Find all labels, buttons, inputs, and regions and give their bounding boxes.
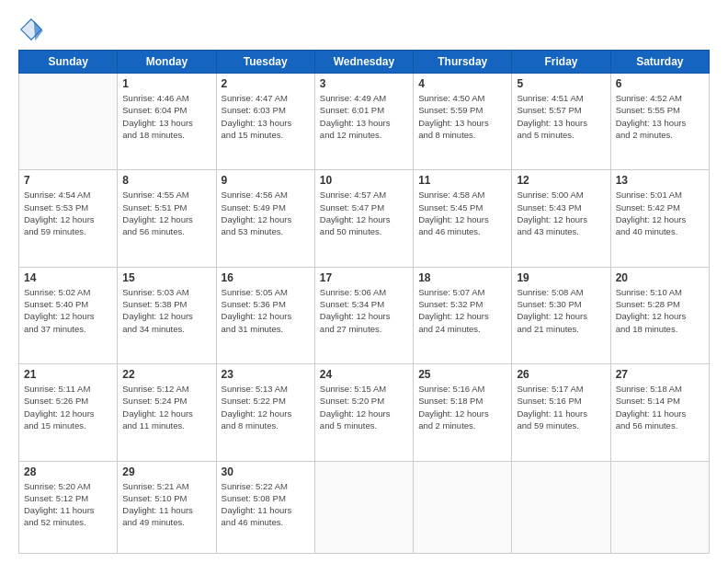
calendar-day: 17Sunrise: 5:06 AM Sunset: 5:34 PM Dayli… — [314, 267, 413, 363]
calendar-day: 24Sunrise: 5:15 AM Sunset: 5:20 PM Dayli… — [314, 364, 413, 461]
day-number: 8 — [122, 174, 210, 187]
day-info: Sunrise: 4:55 AM Sunset: 5:51 PM Dayligh… — [122, 189, 210, 237]
calendar-week-2: 7Sunrise: 4:54 AM Sunset: 5:53 PM Daylig… — [19, 170, 710, 267]
weekday-header-thursday: Thursday — [414, 51, 512, 74]
day-number: 7 — [24, 174, 112, 187]
calendar-day — [414, 461, 512, 554]
day-info: Sunrise: 5:10 AM Sunset: 5:28 PM Dayligh… — [616, 286, 704, 335]
day-number: 17 — [320, 271, 408, 284]
day-info: Sunrise: 5:00 AM Sunset: 5:43 PM Dayligh… — [517, 189, 605, 237]
day-number: 30 — [222, 465, 310, 478]
day-info: Sunrise: 5:18 AM Sunset: 5:14 PM Dayligh… — [616, 383, 704, 431]
calendar-day: 6Sunrise: 4:52 AM Sunset: 5:55 PM Daylig… — [610, 74, 709, 170]
day-number: 22 — [122, 368, 210, 381]
calendar-day: 27Sunrise: 5:18 AM Sunset: 5:14 PM Dayli… — [610, 364, 709, 461]
day-number: 24 — [320, 368, 408, 381]
calendar-day: 23Sunrise: 5:13 AM Sunset: 5:22 PM Dayli… — [216, 364, 314, 461]
calendar-day: 4Sunrise: 4:50 AM Sunset: 5:59 PM Daylig… — [414, 74, 512, 170]
weekday-header-friday: Friday — [512, 51, 610, 74]
day-number: 14 — [24, 271, 112, 284]
day-number: 12 — [517, 174, 605, 187]
day-info: Sunrise: 5:15 AM Sunset: 5:20 PM Dayligh… — [320, 383, 408, 431]
weekday-header-tuesday: Tuesday — [216, 51, 314, 74]
day-info: Sunrise: 4:47 AM Sunset: 6:03 PM Dayligh… — [222, 92, 310, 141]
weekday-header-monday: Monday — [118, 51, 216, 74]
calendar-day: 1Sunrise: 4:46 AM Sunset: 6:04 PM Daylig… — [118, 74, 216, 170]
day-number: 9 — [222, 174, 310, 187]
day-info: Sunrise: 4:56 AM Sunset: 5:49 PM Dayligh… — [222, 189, 310, 237]
calendar-day — [610, 461, 709, 554]
day-info: Sunrise: 4:49 AM Sunset: 6:01 PM Dayligh… — [320, 92, 408, 141]
calendar-week-5: 28Sunrise: 5:20 AM Sunset: 5:12 PM Dayli… — [19, 461, 710, 554]
calendar-week-4: 21Sunrise: 5:11 AM Sunset: 5:26 PM Dayli… — [19, 364, 710, 461]
day-number: 6 — [616, 77, 704, 90]
calendar-day: 11Sunrise: 4:58 AM Sunset: 5:45 PM Dayli… — [414, 170, 512, 267]
calendar-day: 2Sunrise: 4:47 AM Sunset: 6:03 PM Daylig… — [216, 74, 314, 170]
calendar-day: 20Sunrise: 5:10 AM Sunset: 5:28 PM Dayli… — [610, 267, 709, 363]
weekday-header-sunday: Sunday — [19, 51, 118, 74]
calendar-day: 21Sunrise: 5:11 AM Sunset: 5:26 PM Dayli… — [19, 364, 118, 461]
day-number: 11 — [418, 174, 506, 187]
calendar-day: 10Sunrise: 4:57 AM Sunset: 5:47 PM Dayli… — [314, 170, 413, 267]
calendar-day: 26Sunrise: 5:17 AM Sunset: 5:16 PM Dayli… — [512, 364, 610, 461]
day-info: Sunrise: 5:05 AM Sunset: 5:36 PM Dayligh… — [222, 286, 310, 335]
calendar-week-3: 14Sunrise: 5:02 AM Sunset: 5:40 PM Dayli… — [19, 267, 710, 363]
day-info: Sunrise: 5:12 AM Sunset: 5:24 PM Dayligh… — [122, 383, 210, 431]
day-info: Sunrise: 5:22 AM Sunset: 5:08 PM Dayligh… — [222, 480, 310, 529]
day-info: Sunrise: 4:51 AM Sunset: 5:57 PM Dayligh… — [517, 92, 605, 141]
calendar-day: 22Sunrise: 5:12 AM Sunset: 5:24 PM Dayli… — [118, 364, 216, 461]
calendar-day — [314, 461, 413, 554]
calendar-day: 30Sunrise: 5:22 AM Sunset: 5:08 PM Dayli… — [216, 461, 314, 554]
day-number: 29 — [122, 465, 210, 478]
day-number: 16 — [222, 271, 310, 284]
logo-icon — [18, 17, 44, 42]
day-info: Sunrise: 5:07 AM Sunset: 5:32 PM Dayligh… — [418, 286, 506, 335]
calendar-day: 7Sunrise: 4:54 AM Sunset: 5:53 PM Daylig… — [19, 170, 118, 267]
day-info: Sunrise: 5:17 AM Sunset: 5:16 PM Dayligh… — [517, 383, 605, 431]
day-info: Sunrise: 4:54 AM Sunset: 5:53 PM Dayligh… — [24, 189, 112, 237]
calendar-day: 8Sunrise: 4:55 AM Sunset: 5:51 PM Daylig… — [118, 170, 216, 267]
day-number: 13 — [616, 174, 704, 187]
day-number: 2 — [222, 77, 310, 90]
day-info: Sunrise: 5:16 AM Sunset: 5:18 PM Dayligh… — [418, 383, 506, 431]
page-header — [18, 17, 710, 42]
day-info: Sunrise: 5:20 AM Sunset: 5:12 PM Dayligh… — [24, 480, 112, 529]
calendar-table: SundayMondayTuesdayWednesdayThursdayFrid… — [18, 50, 710, 554]
calendar-day: 29Sunrise: 5:21 AM Sunset: 5:10 PM Dayli… — [118, 461, 216, 554]
calendar-day: 14Sunrise: 5:02 AM Sunset: 5:40 PM Dayli… — [19, 267, 118, 363]
day-info: Sunrise: 5:13 AM Sunset: 5:22 PM Dayligh… — [222, 383, 310, 431]
day-number: 25 — [418, 368, 506, 381]
calendar-day: 18Sunrise: 5:07 AM Sunset: 5:32 PM Dayli… — [414, 267, 512, 363]
weekday-header-row: SundayMondayTuesdayWednesdayThursdayFrid… — [19, 51, 710, 74]
day-info: Sunrise: 5:08 AM Sunset: 5:30 PM Dayligh… — [517, 286, 605, 335]
calendar-day: 15Sunrise: 5:03 AM Sunset: 5:38 PM Dayli… — [118, 267, 216, 363]
day-number: 15 — [122, 271, 210, 284]
day-info: Sunrise: 4:58 AM Sunset: 5:45 PM Dayligh… — [418, 189, 506, 237]
day-number: 27 — [616, 368, 704, 381]
day-number: 1 — [122, 77, 210, 90]
day-info: Sunrise: 5:11 AM Sunset: 5:26 PM Dayligh… — [24, 383, 112, 431]
calendar-day: 9Sunrise: 4:56 AM Sunset: 5:49 PM Daylig… — [216, 170, 314, 267]
day-info: Sunrise: 4:52 AM Sunset: 5:55 PM Dayligh… — [616, 92, 704, 141]
calendar-day: 12Sunrise: 5:00 AM Sunset: 5:43 PM Dayli… — [512, 170, 610, 267]
day-info: Sunrise: 4:46 AM Sunset: 6:04 PM Dayligh… — [122, 92, 210, 141]
day-number: 20 — [616, 271, 704, 284]
day-number: 5 — [517, 77, 605, 90]
calendar-day: 3Sunrise: 4:49 AM Sunset: 6:01 PM Daylig… — [314, 74, 413, 170]
day-info: Sunrise: 5:06 AM Sunset: 5:34 PM Dayligh… — [320, 286, 408, 335]
day-number: 23 — [222, 368, 310, 381]
calendar-day — [512, 461, 610, 554]
day-info: Sunrise: 4:57 AM Sunset: 5:47 PM Dayligh… — [320, 189, 408, 237]
day-info: Sunrise: 5:21 AM Sunset: 5:10 PM Dayligh… — [122, 480, 210, 529]
day-info: Sunrise: 5:01 AM Sunset: 5:42 PM Dayligh… — [616, 189, 704, 237]
day-number: 19 — [517, 271, 605, 284]
day-number: 28 — [24, 465, 112, 478]
day-number: 18 — [418, 271, 506, 284]
calendar-day: 19Sunrise: 5:08 AM Sunset: 5:30 PM Dayli… — [512, 267, 610, 363]
weekday-header-saturday: Saturday — [610, 51, 709, 74]
logo — [18, 17, 48, 42]
calendar-day: 28Sunrise: 5:20 AM Sunset: 5:12 PM Dayli… — [19, 461, 118, 554]
calendar-day: 16Sunrise: 5:05 AM Sunset: 5:36 PM Dayli… — [216, 267, 314, 363]
calendar-day — [19, 74, 118, 170]
day-number: 26 — [517, 368, 605, 381]
